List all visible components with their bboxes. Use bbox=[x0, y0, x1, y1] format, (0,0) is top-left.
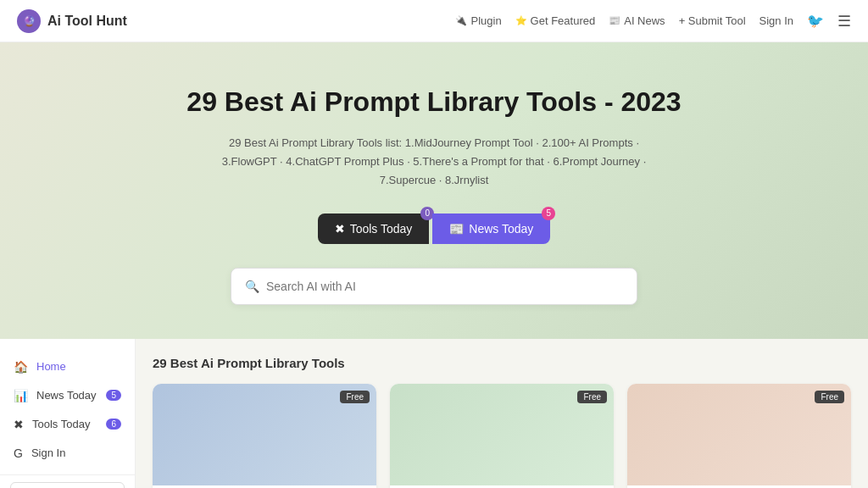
sidebar-news-icon: 📊 bbox=[14, 389, 28, 402]
hero-section: 29 Best Ai Prompt Library Tools - 2023 2… bbox=[0, 42, 868, 339]
card-image-2: Free bbox=[390, 384, 614, 485]
sidebar: 🏠 Home 📊 News Today 5 ✖ Tools Today 6 G … bbox=[0, 339, 136, 488]
search-icon: 🔍 bbox=[245, 280, 259, 293]
sidebar-divider bbox=[0, 474, 135, 475]
sidebar-item-home[interactable]: 🏠 Home bbox=[0, 352, 135, 381]
sidebar-news-badge: 5 bbox=[106, 390, 121, 401]
sidebar-search-input[interactable] bbox=[10, 482, 125, 488]
card-image-3: Free bbox=[627, 384, 851, 485]
tools-icon: ✖ bbox=[335, 222, 345, 236]
news-today-badge: 5 bbox=[542, 207, 555, 220]
hero-search-bar[interactable]: 🔍 bbox=[231, 268, 637, 305]
news-icon: 📰 bbox=[609, 15, 620, 26]
sidebar-item-tools-today[interactable]: ✖ Tools Today 6 bbox=[0, 410, 135, 439]
sidebar-item-sign-in[interactable]: G Sign In bbox=[0, 439, 135, 468]
nav-submit-tool[interactable]: + Submit Tool bbox=[679, 14, 746, 27]
sidebar-item-news-today[interactable]: 📊 News Today 5 bbox=[0, 381, 135, 410]
site-logo[interactable]: 🔮 Ai Tool Hunt bbox=[17, 9, 127, 33]
news-today-button[interactable]: 📰 News Today 5 bbox=[432, 214, 550, 244]
navbar: 🔮 Ai Tool Hunt 🔌 Plugin ⭐ Get Featured 📰… bbox=[0, 0, 868, 42]
home-icon: 🏠 bbox=[14, 360, 28, 374]
nav-get-featured[interactable]: ⭐ Get Featured bbox=[515, 14, 596, 27]
twitter-icon[interactable]: 🐦 bbox=[807, 13, 824, 29]
sidebar-tools-badge: 6 bbox=[106, 419, 121, 430]
hero-description: 29 Best Ai Prompt Library Tools list: 1.… bbox=[214, 134, 654, 190]
main-layout: 🏠 Home 📊 News Today 5 ✖ Tools Today 6 G … bbox=[0, 339, 868, 488]
search-input[interactable] bbox=[266, 280, 623, 293]
star-icon: ⭐ bbox=[515, 15, 527, 26]
nav-links: 🔌 Plugin ⭐ Get Featured 📰 AI News + Subm… bbox=[455, 12, 851, 30]
nav-sign-in[interactable]: Sign In bbox=[760, 14, 793, 27]
table-row: Free 1. MidJourney Prompt Tool 2022 ♡ 12… bbox=[153, 384, 376, 488]
hero-title: 29 Best Ai Prompt Library Tools - 2023 bbox=[186, 85, 681, 120]
content-title: 29 Best Ai Prompt Library Tools bbox=[153, 356, 851, 370]
card-badge-1: Free bbox=[340, 391, 370, 403]
table-row: Free 2. 100+ AI Prompts 2004 ♡ 5 AI prom… bbox=[390, 384, 614, 488]
nav-plugin[interactable]: 🔌 Plugin bbox=[455, 14, 501, 27]
card-image-1: Free bbox=[153, 384, 376, 485]
nav-ai-news[interactable]: 📰 AI News bbox=[609, 14, 665, 27]
sidebar-tools-icon: ✖ bbox=[14, 418, 24, 431]
main-content: 29 Best Ai Prompt Library Tools Free 1. … bbox=[136, 339, 868, 488]
hero-buttons: ✖ Tools Today 0 📰 News Today 5 bbox=[318, 214, 551, 244]
google-icon: G bbox=[14, 446, 23, 460]
logo-icon: 🔮 bbox=[17, 9, 41, 33]
sidebar-search-container[interactable] bbox=[10, 482, 125, 488]
plugin-icon: 🔌 bbox=[455, 15, 467, 26]
table-row: Free 3. FlowGPT 2022 ♡ 17 Prompts sharin… bbox=[627, 384, 851, 488]
hamburger-menu-icon[interactable]: ☰ bbox=[837, 12, 851, 30]
cards-grid: Free 1. MidJourney Prompt Tool 2022 ♡ 12… bbox=[153, 384, 851, 488]
card-badge-3: Free bbox=[815, 391, 844, 403]
site-name: Ai Tool Hunt bbox=[47, 14, 127, 29]
card-badge-2: Free bbox=[577, 391, 607, 403]
tools-today-button[interactable]: ✖ Tools Today 0 bbox=[318, 214, 430, 244]
news-btn-icon: 📰 bbox=[449, 222, 464, 236]
